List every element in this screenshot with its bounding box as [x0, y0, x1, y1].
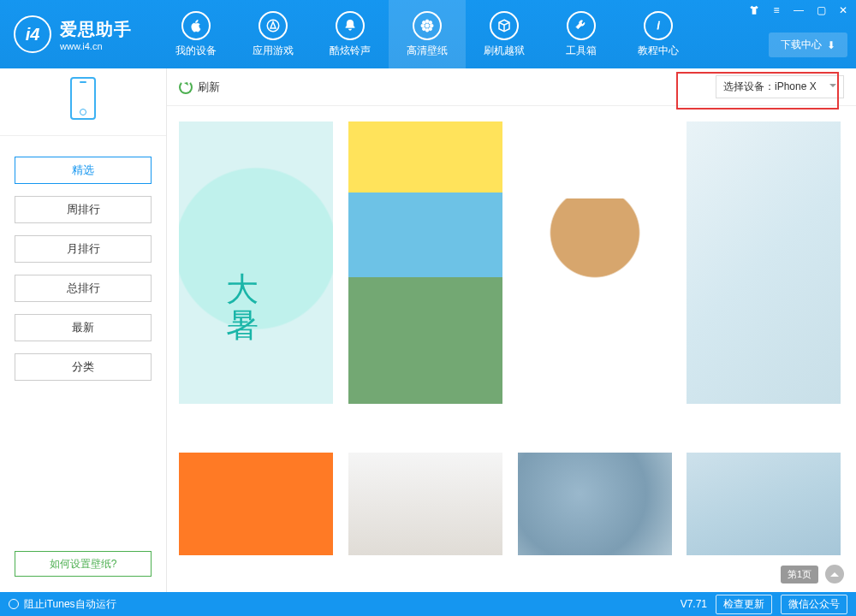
app-title: 爱思助手	[60, 18, 132, 41]
nav-apps-games[interactable]: 应用游戏	[235, 0, 312, 68]
page-indicator[interactable]: 第1页	[781, 566, 818, 583]
sidebar-item-monthly[interactable]: 月排行	[15, 235, 152, 263]
svg-point-4	[421, 24, 425, 27]
bell-icon	[336, 11, 365, 40]
sidebar-item-label: 最新	[72, 320, 94, 335]
sidebar-item-newest[interactable]: 最新	[15, 314, 152, 341]
block-itunes-toggle[interactable]: 阻止iTunes自动运行	[9, 597, 116, 612]
content-area: 刷新 选择设备：iPhone X 第1页	[167, 68, 856, 592]
download-icon: ⬇	[827, 39, 835, 51]
nav-label: 我的设备	[175, 44, 217, 58]
wallpaper-grid	[167, 106, 856, 592]
wallpaper-thumb[interactable]	[179, 453, 333, 555]
help-label: 如何设置壁纸?	[50, 557, 117, 572]
phone-icon[interactable]	[70, 77, 96, 120]
tools-icon	[567, 11, 596, 40]
device-select[interactable]: 选择设备：iPhone X	[716, 75, 844, 98]
nav-label: 刷机越狱	[484, 44, 525, 58]
sidebar-item-label: 分类	[72, 359, 94, 375]
chevron-down-icon	[829, 84, 836, 91]
status-bar: 阻止iTunes自动运行 V7.71 检查更新 微信公众号	[0, 592, 856, 616]
svg-point-6	[422, 21, 425, 24]
svg-text:i: i	[657, 19, 660, 31]
pager: 第1页	[781, 565, 844, 583]
svg-point-5	[430, 24, 433, 27]
wallpaper-thumb[interactable]	[518, 121, 672, 404]
wallpaper-thumb[interactable]	[179, 121, 333, 404]
wallpaper-thumb[interactable]	[687, 121, 841, 404]
nav-flash-jailbreak[interactable]: 刷机越狱	[466, 0, 543, 68]
sidebar-item-overall[interactable]: 总排行	[15, 275, 152, 302]
divider	[0, 135, 166, 136]
refresh-label: 刷新	[198, 80, 220, 95]
download-center-button[interactable]: 下载中心 ⬇	[769, 33, 847, 57]
flower-icon	[413, 11, 442, 40]
device-select-text: 选择设备：iPhone X	[723, 80, 817, 94]
block-itunes-label: 阻止iTunes自动运行	[24, 597, 116, 612]
content-toolbar: 刷新 选择设备：iPhone X	[167, 68, 856, 106]
logo-text: 爱思助手 www.i4.cn	[60, 18, 132, 51]
sidebar-item-label: 总排行	[67, 281, 100, 296]
info-icon: i	[644, 11, 673, 40]
svg-point-1	[425, 23, 430, 27]
window-controls: ≡ — ▢ ✕	[746, 3, 851, 17]
svg-point-8	[422, 27, 425, 30]
nav-ringtones[interactable]: 酷炫铃声	[312, 0, 389, 68]
appstore-icon	[259, 11, 288, 40]
nav-label: 应用游戏	[253, 44, 294, 58]
nav-wallpapers[interactable]: 高清壁纸	[389, 0, 466, 68]
app-header: i4 爱思助手 www.i4.cn 我的设备 应用游戏 酷炫铃声 高清壁纸 刷机…	[0, 0, 856, 68]
svg-point-7	[429, 21, 432, 24]
toggle-icon	[9, 599, 19, 609]
version-label: V7.71	[681, 598, 707, 610]
sidebar-item-weekly[interactable]: 周排行	[15, 196, 152, 223]
close-button[interactable]: ✕	[835, 3, 851, 17]
wechat-button[interactable]: 微信公众号	[781, 595, 847, 614]
nav-my-device[interactable]: 我的设备	[158, 0, 235, 68]
footer-right: V7.71 检查更新 微信公众号	[681, 595, 847, 614]
refresh-button[interactable]: 刷新	[179, 80, 220, 95]
app-subtitle: www.i4.cn	[60, 41, 132, 51]
sidebar-item-featured[interactable]: 精选	[15, 157, 152, 184]
sidebar-item-label: 月排行	[67, 241, 100, 257]
svg-point-2	[425, 19, 429, 22]
nav-toolbox[interactable]: 工具箱	[543, 0, 620, 68]
shirt-icon[interactable]	[746, 3, 762, 17]
sidebar-item-label: 周排行	[67, 202, 100, 217]
svg-point-3	[425, 28, 429, 32]
minimize-button[interactable]: —	[791, 3, 806, 17]
logo-badge: i4	[14, 15, 51, 53]
scroll-top-button[interactable]	[825, 565, 844, 583]
check-update-button[interactable]: 检查更新	[716, 595, 772, 614]
svg-point-9	[429, 27, 432, 30]
nav-label: 酷炫铃声	[330, 44, 371, 58]
nav-label: 工具箱	[566, 44, 597, 58]
sidebar-item-label: 精选	[72, 163, 94, 178]
maximize-button[interactable]: ▢	[813, 3, 829, 17]
box-icon	[490, 11, 519, 40]
nav-tutorials[interactable]: i 教程中心	[620, 0, 697, 68]
app-body: 精选 周排行 月排行 总排行 最新 分类 如何设置壁纸? 刷新 选择设备：iPh…	[0, 68, 856, 592]
sidebar: 精选 周排行 月排行 总排行 最新 分类 如何设置壁纸?	[0, 68, 167, 592]
refresh-icon	[179, 80, 193, 94]
menu-icon[interactable]: ≡	[769, 3, 784, 17]
main-nav: 我的设备 应用游戏 酷炫铃声 高清壁纸 刷机越狱 工具箱 i 教程中心	[158, 0, 697, 68]
page-label: 第1页	[788, 569, 811, 579]
nav-label: 教程中心	[638, 44, 679, 58]
wallpaper-thumb[interactable]	[687, 453, 841, 555]
wallpaper-thumb[interactable]	[348, 453, 502, 555]
app-logo: i4 爱思助手 www.i4.cn	[14, 15, 132, 53]
sidebar-item-category[interactable]: 分类	[15, 353, 152, 381]
help-how-to-set-wallpaper[interactable]: 如何设置壁纸?	[15, 551, 152, 577]
wallpaper-thumb[interactable]	[518, 453, 672, 555]
wallpaper-thumb[interactable]	[348, 121, 502, 404]
nav-label: 高清壁纸	[407, 44, 448, 58]
apple-icon	[181, 11, 211, 40]
download-center-label: 下载中心	[781, 38, 822, 52]
